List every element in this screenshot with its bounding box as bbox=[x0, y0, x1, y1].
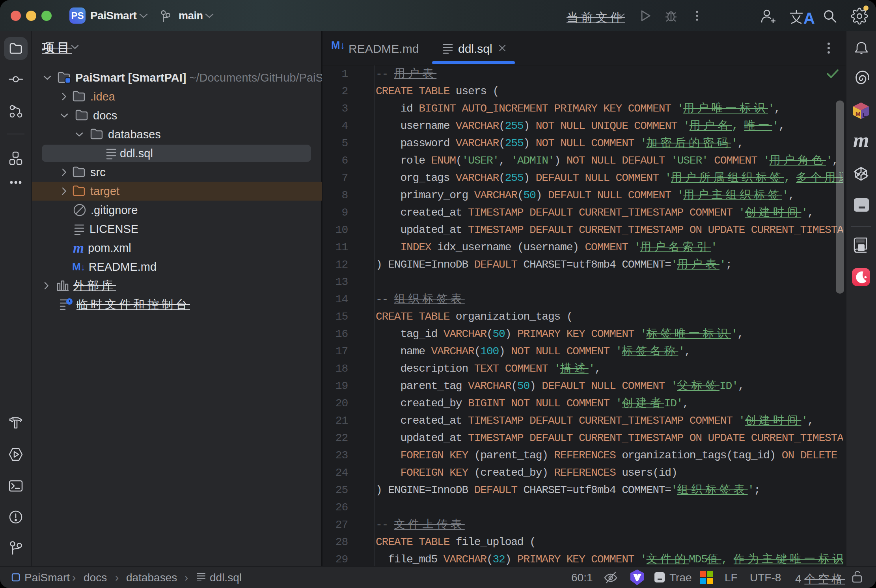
svg-text:L: L bbox=[863, 111, 866, 118]
svg-text:M: M bbox=[855, 110, 861, 117]
svg-text:A: A bbox=[859, 245, 863, 251]
